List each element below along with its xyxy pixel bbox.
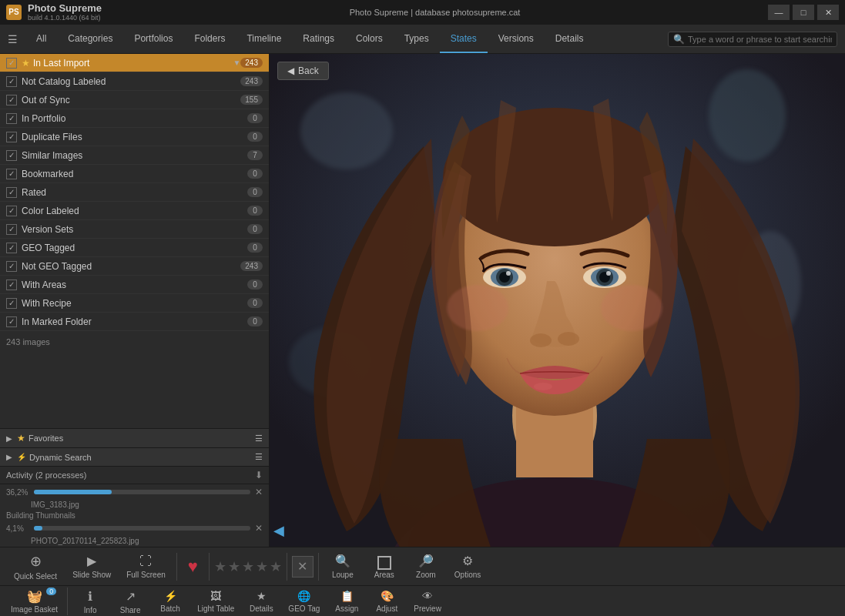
progress-bar-fill-1 xyxy=(34,490,112,494)
state-checkbox-3[interactable]: ✓ xyxy=(6,113,17,124)
state-filter-icon-0[interactable]: ▼ xyxy=(233,59,240,67)
tab-categories[interactable]: Categories xyxy=(57,25,123,53)
heart-icon: ♥ xyxy=(188,557,198,577)
state-checkbox-10[interactable]: ✓ xyxy=(6,243,17,253)
options-button[interactable]: ⚙ Options xyxy=(448,551,487,582)
slide-show-button[interactable]: ▶ Slide Show xyxy=(66,551,117,582)
batch-icon: ⚡ xyxy=(164,590,177,602)
state-item-14[interactable]: ✓In Marked Folder0 xyxy=(0,313,269,331)
state-checkbox-2[interactable]: ✓ xyxy=(6,95,17,105)
favorites-expand-icon: ▶ xyxy=(6,434,12,443)
svg-point-22 xyxy=(606,271,611,276)
rating-star-3[interactable]: ★ xyxy=(242,558,254,575)
progress-close-2[interactable]: ✕ xyxy=(255,523,263,534)
rating-star-1[interactable]: ★ xyxy=(214,558,226,575)
state-checkbox-1[interactable]: ✓ xyxy=(6,76,17,87)
state-badge-12: 0 xyxy=(247,280,263,290)
tab-ratings[interactable]: Ratings xyxy=(292,25,345,53)
state-label-1: Not Catalog Labeled xyxy=(22,76,240,87)
state-item-1[interactable]: ✓Not Catalog Labeled243 xyxy=(0,72,269,91)
rating-group[interactable]: ★ ★ ★ ★ ★ xyxy=(214,558,282,575)
state-item-8[interactable]: ✓Color Labeled0 xyxy=(0,202,269,220)
tab-colors[interactable]: Colors xyxy=(345,25,394,53)
tab-types[interactable]: Types xyxy=(394,25,440,53)
maximize-button[interactable]: □ xyxy=(793,5,814,20)
heart-button[interactable]: ♥ xyxy=(182,557,204,577)
sidebar-bottom: ▶ ★ Favorites ☰ ▶ ⚡ Dynamic Search ☰ Act… xyxy=(0,428,269,547)
search-input[interactable] xyxy=(688,35,832,44)
batch-button[interactable]: ⚡ Batch xyxy=(151,587,189,616)
tab-timeline[interactable]: Timeline xyxy=(236,25,292,53)
state-checkbox-14[interactable]: ✓ xyxy=(6,316,17,327)
reject-button[interactable]: ✕ xyxy=(292,556,314,578)
areas-button[interactable]: Areas xyxy=(365,551,404,582)
share-button[interactable]: ↗ Share xyxy=(111,586,149,617)
image-basket-button[interactable]: 0 🧺 Image Basket xyxy=(5,586,64,616)
tab-states[interactable]: States xyxy=(440,25,488,53)
state-item-10[interactable]: ✓GEO Tagged0 xyxy=(0,239,269,257)
dynamic-menu-icon[interactable]: ☰ xyxy=(255,452,263,462)
geo-tag-button[interactable]: 🌐 GEO Tag xyxy=(282,587,326,616)
assign-button[interactable]: 📋 Assign xyxy=(327,587,366,616)
state-item-4[interactable]: ✓Duplicate Files0 xyxy=(0,128,269,146)
share-label: Share xyxy=(120,606,141,614)
back-button[interactable]: ◀ Back xyxy=(277,62,329,80)
window-controls[interactable]: — □ ✕ xyxy=(768,5,839,20)
state-checkbox-4[interactable]: ✓ xyxy=(6,132,17,142)
state-item-0[interactable]: ✓★In Last Import▼243 xyxy=(0,54,269,72)
separator-4 xyxy=(318,553,319,581)
state-list: ✓★In Last Import▼243✓Not Catalog Labeled… xyxy=(0,54,269,331)
state-checkbox-6[interactable]: ✓ xyxy=(6,169,17,179)
rating-star-2[interactable]: ★ xyxy=(228,558,240,575)
activity-bar: Activity (2 processes) ⬇ xyxy=(0,467,269,484)
tab-portfolios[interactable]: Portfolios xyxy=(123,25,183,53)
dynamic-search-label: Dynamic Search xyxy=(29,453,255,462)
state-item-2[interactable]: ✓Out of Sync155 xyxy=(0,91,269,109)
state-item-9[interactable]: ✓Version Sets0 xyxy=(0,220,269,239)
state-item-7[interactable]: ✓Rated0 xyxy=(0,183,269,202)
state-item-13[interactable]: ✓With Recipe0 xyxy=(0,294,269,313)
preview-button[interactable]: 👁 Preview xyxy=(407,587,448,616)
nav-arrow[interactable]: ◀ xyxy=(273,522,284,539)
state-checkbox-0[interactable]: ✓ xyxy=(6,58,17,69)
menu-button[interactable]: ☰ xyxy=(0,33,25,45)
state-badge-7: 0 xyxy=(247,187,263,197)
close-button[interactable]: ✕ xyxy=(817,5,839,20)
activity-down-icon[interactable]: ⬇ xyxy=(255,470,263,480)
dynamic-search-panel[interactable]: ▶ ⚡ Dynamic Search ☰ xyxy=(0,448,269,467)
favorites-panel[interactable]: ▶ ★ Favorites ☰ xyxy=(0,429,269,448)
full-screen-button[interactable]: ⛶ Full Screen xyxy=(120,551,172,582)
state-checkbox-7[interactable]: ✓ xyxy=(6,187,17,198)
state-item-5[interactable]: ✓Similar Images7 xyxy=(0,146,269,165)
details-button[interactable]: ★ Details xyxy=(242,587,280,616)
favorites-menu-icon[interactable]: ☰ xyxy=(255,434,263,444)
adjust-button[interactable]: 🎨 Adjust xyxy=(367,587,406,616)
state-item-6[interactable]: ✓Bookmarked0 xyxy=(0,165,269,183)
progress-close-1[interactable]: ✕ xyxy=(255,487,263,497)
state-checkbox-11[interactable]: ✓ xyxy=(6,261,17,272)
minimize-button[interactable]: — xyxy=(768,5,790,20)
tab-folders[interactable]: Folders xyxy=(183,25,236,53)
state-item-3[interactable]: ✓In Portfolio0 xyxy=(0,109,269,128)
rating-star-5[interactable]: ★ xyxy=(270,558,282,575)
info-button[interactable]: ℹ Info xyxy=(71,586,109,617)
loupe-button[interactable]: 🔍 Loupe xyxy=(324,551,362,582)
quick-select-button[interactable]: ⊕ Quick Select xyxy=(8,550,63,584)
progress-pct-2: 4,1% xyxy=(6,524,29,533)
tab-versions[interactable]: Versions xyxy=(488,25,545,53)
state-checkbox-9[interactable]: ✓ xyxy=(6,224,17,235)
state-checkbox-8[interactable]: ✓ xyxy=(6,206,17,216)
state-checkbox-13[interactable]: ✓ xyxy=(6,298,17,309)
rating-star-4[interactable]: ★ xyxy=(256,558,268,575)
zoom-button[interactable]: 🔎 Zoom xyxy=(407,551,445,582)
state-checkbox-5[interactable]: ✓ xyxy=(6,150,17,161)
state-checkbox-12[interactable]: ✓ xyxy=(6,280,17,290)
activity-label: Activity (2 processes) xyxy=(6,470,255,480)
search-box[interactable]: 🔍 xyxy=(668,32,837,47)
light-table-button[interactable]: 🖼 Light Table xyxy=(191,587,240,616)
state-item-12[interactable]: ✓With Areas0 xyxy=(0,276,269,294)
state-badge-2: 155 xyxy=(240,95,263,105)
tab-all[interactable]: All xyxy=(25,25,57,53)
tab-details[interactable]: Details xyxy=(545,25,595,53)
state-item-11[interactable]: ✓Not GEO Tagged243 xyxy=(0,257,269,276)
